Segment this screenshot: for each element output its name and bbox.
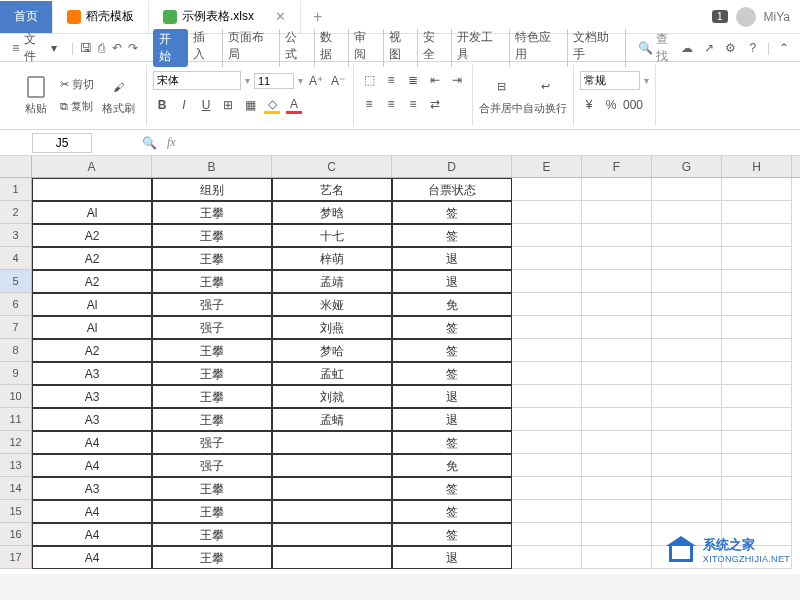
cell[interactable]: A4 — [32, 500, 152, 523]
table-style-button[interactable]: ▦ — [241, 96, 259, 114]
cell[interactable] — [722, 500, 792, 523]
cloud-icon[interactable]: ☁ — [679, 40, 695, 56]
save-icon[interactable]: 🖫 — [78, 40, 94, 56]
font-dec-icon[interactable]: A⁻ — [329, 72, 347, 90]
cell[interactable] — [582, 408, 652, 431]
col-header-G[interactable]: G — [652, 156, 722, 177]
cell[interactable]: 王攀 — [152, 546, 272, 569]
cell[interactable] — [512, 454, 582, 477]
cell[interactable]: Al — [32, 201, 152, 224]
row-header[interactable]: 7 — [0, 316, 32, 339]
cell[interactable] — [582, 247, 652, 270]
cell[interactable] — [722, 454, 792, 477]
cell[interactable]: 王攀 — [152, 408, 272, 431]
fill-color-button[interactable]: ◇ — [263, 96, 281, 114]
row-header[interactable]: 12 — [0, 431, 32, 454]
wrap-button[interactable]: ↩ 自动换行 — [523, 66, 567, 126]
cell[interactable] — [512, 431, 582, 454]
cell[interactable]: 签 — [392, 431, 512, 454]
cell[interactable] — [582, 270, 652, 293]
select-all-corner[interactable] — [0, 156, 32, 177]
menu-tab-insert[interactable]: 插入 — [188, 29, 222, 67]
cell[interactable] — [652, 454, 722, 477]
cell[interactable] — [652, 477, 722, 500]
cell[interactable]: 签 — [392, 316, 512, 339]
font-color-button[interactable]: A — [285, 96, 303, 114]
cell[interactable]: 十七 — [272, 224, 392, 247]
align-right-icon[interactable]: ≡ — [404, 95, 422, 113]
font-inc-icon[interactable]: A⁺ — [307, 72, 325, 90]
cell[interactable] — [652, 224, 722, 247]
cell[interactable]: A4 — [32, 454, 152, 477]
col-header-C[interactable]: C — [272, 156, 392, 177]
cell[interactable] — [272, 454, 392, 477]
cell[interactable] — [722, 270, 792, 293]
percent-icon[interactable]: % — [602, 96, 620, 114]
cell[interactable]: 艺名 — [272, 178, 392, 201]
cell[interactable]: A2 — [32, 339, 152, 362]
indent-inc-icon[interactable]: ⇥ — [448, 71, 466, 89]
cell[interactable] — [512, 500, 582, 523]
row-header[interactable]: 11 — [0, 408, 32, 431]
cell[interactable]: 王攀 — [152, 385, 272, 408]
cell[interactable] — [652, 201, 722, 224]
notification-badge[interactable]: 1 — [712, 10, 728, 23]
cell[interactable] — [722, 224, 792, 247]
cell[interactable]: 签 — [392, 477, 512, 500]
row-header[interactable]: 2 — [0, 201, 32, 224]
share-icon[interactable]: ↗ — [701, 40, 717, 56]
cell[interactable] — [652, 316, 722, 339]
menu-tab-security[interactable]: 安全 — [418, 29, 452, 67]
cell[interactable]: Al — [32, 316, 152, 339]
cell[interactable]: 米娅 — [272, 293, 392, 316]
cut-button[interactable]: ✂ 剪切 — [58, 75, 96, 94]
cell[interactable] — [652, 408, 722, 431]
settings-icon[interactable]: ⚙ — [723, 40, 739, 56]
cell[interactable] — [512, 339, 582, 362]
row-header[interactable]: 17 — [0, 546, 32, 569]
row-header[interactable]: 9 — [0, 362, 32, 385]
tab-home[interactable]: 首页 — [0, 1, 53, 33]
spreadsheet-grid[interactable]: A B C D E F G H 123456789101112131415161… — [0, 156, 800, 574]
cell[interactable]: 王攀 — [152, 339, 272, 362]
row-header[interactable]: 16 — [0, 523, 32, 546]
cell[interactable]: 退 — [392, 270, 512, 293]
col-header-H[interactable]: H — [722, 156, 792, 177]
row-header[interactable]: 15 — [0, 500, 32, 523]
cell[interactable] — [722, 477, 792, 500]
menu-tab-review[interactable]: 审阅 — [349, 29, 383, 67]
cell[interactable]: Al — [32, 293, 152, 316]
cell[interactable] — [582, 316, 652, 339]
cell[interactable]: 孟靖 — [272, 270, 392, 293]
row-header[interactable]: 14 — [0, 477, 32, 500]
cell[interactable]: 刘就 — [272, 385, 392, 408]
row-header[interactable]: 4 — [0, 247, 32, 270]
cell[interactable] — [272, 500, 392, 523]
cell[interactable] — [512, 201, 582, 224]
row-header[interactable]: 10 — [0, 385, 32, 408]
cell[interactable] — [512, 178, 582, 201]
cell[interactable]: 刘燕 — [272, 316, 392, 339]
menu-tab-dochelper[interactable]: 文档助手 — [568, 29, 626, 67]
cell[interactable] — [582, 362, 652, 385]
row-header[interactable]: 6 — [0, 293, 32, 316]
cell[interactable] — [512, 385, 582, 408]
menu-tab-data[interactable]: 数据 — [315, 29, 349, 67]
fx-icon[interactable]: fx — [167, 135, 176, 150]
menu-tab-view[interactable]: 视图 — [384, 29, 418, 67]
cell[interactable] — [272, 431, 392, 454]
cell[interactable] — [652, 500, 722, 523]
menu-tab-pagelayout[interactable]: 页面布局 — [223, 29, 281, 67]
cell[interactable]: 台票状态 — [392, 178, 512, 201]
bold-button[interactable]: B — [153, 96, 171, 114]
cell[interactable]: 王攀 — [152, 500, 272, 523]
cell[interactable] — [722, 316, 792, 339]
row-header[interactable]: 8 — [0, 339, 32, 362]
tab-add-button[interactable]: + — [301, 8, 334, 26]
cell[interactable] — [652, 385, 722, 408]
align-left-icon[interactable]: ≡ — [360, 95, 378, 113]
name-box[interactable] — [32, 133, 92, 153]
cell[interactable] — [582, 454, 652, 477]
cell[interactable] — [582, 500, 652, 523]
avatar[interactable] — [736, 7, 756, 27]
